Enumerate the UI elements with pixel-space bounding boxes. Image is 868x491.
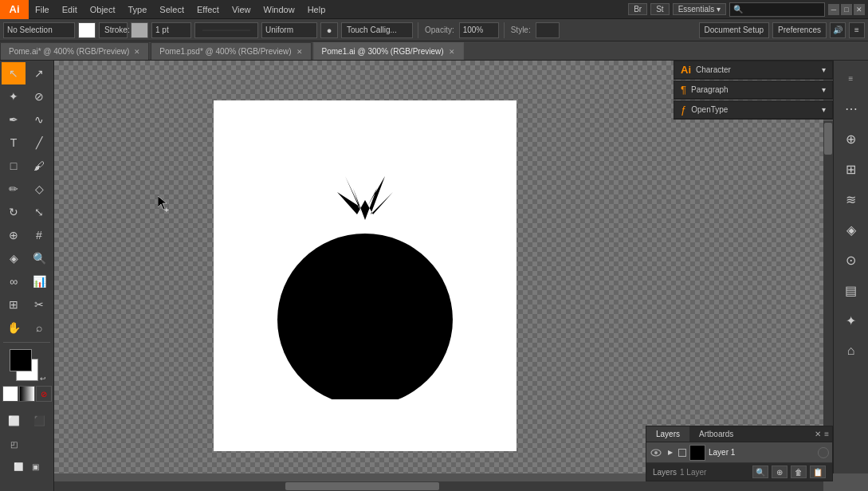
line-tool[interactable]: ╱ [27,132,51,154]
draw-behind[interactable]: ⬛ [27,410,51,432]
selection-tool[interactable]: ↖ [2,62,26,84]
gradient-box[interactable] [19,386,35,402]
graph-tool[interactable]: 📊 [27,270,51,293]
shape-builder-tool[interactable]: ⊕ [2,224,26,246]
layers-search-btn[interactable]: 🔍 [752,465,768,478]
eraser-tool[interactable]: ◇ [27,178,51,200]
screen-mode-normal[interactable]: ⬜ [10,458,26,474]
rectangle-tool[interactable]: □ [2,155,26,177]
search-input[interactable] [729,2,825,17]
brush-dropdown[interactable]: Touch Callig... [341,22,413,38]
vertical-scrollbar[interactable] [823,121,833,464]
character-collapse[interactable]: ▾ [822,65,826,74]
maximize-button[interactable]: □ [841,4,852,15]
tab-2-close[interactable]: ✕ [449,48,455,56]
right-panel-icon-8[interactable]: ▤ [837,276,866,304]
screen-mode-full[interactable]: ▣ [28,458,44,474]
paintbrush-tool[interactable]: 🖌 [27,155,51,177]
tab-0[interactable]: Pome.ai* @ 400% (RGB/Preview) ✕ [0,42,149,60]
fill-color-box[interactable] [2,386,18,402]
stroke-color[interactable] [131,22,148,38]
layer-target-circle[interactable] [818,447,829,458]
stroke-style[interactable]: Uniform [261,22,317,38]
paragraph-collapse[interactable]: ▾ [822,85,826,94]
character-panel-header[interactable]: Ai Character ▾ [674,61,832,79]
menu-edit[interactable]: Edit [56,0,84,19]
h-scrollbar-thumb[interactable] [285,482,439,490]
rotate-tool[interactable]: ↻ [2,201,26,223]
v-scrollbar-thumb[interactable] [824,123,832,155]
opentype-collapse[interactable]: ▾ [822,105,826,114]
tab-2[interactable]: Pome1.ai @ 300% (RGB/Preview) ✕ [313,42,464,60]
zoom-tool[interactable]: ⌕ [27,316,51,339]
none-box[interactable]: ⊘ [36,386,52,402]
curvature-tool[interactable]: ∿ [27,108,51,131]
layers-panel-close[interactable]: ✕ [815,430,821,438]
menu-view[interactable]: View [226,0,257,19]
stroke-line[interactable] [194,22,258,38]
gradient-tool[interactable]: ◈ [2,247,26,269]
fg-swatch[interactable] [10,349,32,371]
opacity-value[interactable]: 100% [459,22,499,38]
canvas-area[interactable]: + [54,61,823,473]
gradient-mesh-tool[interactable]: # [27,224,51,246]
menu-window[interactable]: Window [257,0,301,19]
draw-normal[interactable]: ⬜ [2,410,26,432]
magic-wand-tool[interactable]: ✦ [2,85,26,108]
menu-file[interactable]: File [29,0,56,19]
pen-tool[interactable]: ✒ [2,108,26,131]
stock-button[interactable]: St [650,3,669,15]
blob-brush-tool[interactable]: ✏ [2,178,26,200]
bridge-button[interactable]: Br [628,3,647,15]
artboard-tool[interactable]: ⊞ [2,293,26,316]
right-panel-icon-9[interactable]: ✦ [837,306,866,335]
minimize-button[interactable]: ─ [828,4,839,15]
layer-expand[interactable]: ▶ [666,448,675,458]
stroke-width[interactable]: 1 pt [151,22,191,38]
scale-tool[interactable]: ⤡ [27,201,51,223]
selection-dropdown[interactable]: No Selection [3,22,75,38]
menu-object[interactable]: Object [84,0,122,19]
tab-0-close[interactable]: ✕ [134,48,140,56]
menu-effect[interactable]: Effect [190,0,226,19]
layers-trash-btn[interactable]: 🗑 [791,465,807,478]
stroke-dropdown[interactable]: Stroke: [99,22,128,38]
layers-panel-menu[interactable]: ≡ [824,430,829,438]
opentype-panel-header[interactable]: ƒ OpenType ▾ [674,101,832,119]
type-tool[interactable]: T [2,132,26,154]
right-panel-icon-4[interactable]: ⊞ [837,155,866,183]
direct-selection-tool[interactable]: ↗ [27,62,51,84]
right-panel-icon-3[interactable]: ⊕ [837,124,866,153]
menu-help[interactable]: Help [301,0,332,19]
right-panel-icon-6[interactable]: ◈ [837,215,866,244]
preferences-button[interactable]: Preferences [772,22,827,38]
draw-inside[interactable]: ◰ [2,433,26,455]
right-panel-icon-1[interactable]: ≡ [837,64,866,92]
tab-1[interactable]: Pome1.psd* @ 400% (RGB/Preview) ✕ [151,42,311,60]
layer-visibility-eye[interactable] [650,446,662,459]
menu-select[interactable]: Select [153,0,190,19]
close-button[interactable]: ✕ [854,4,865,15]
lasso-tool[interactable]: ⊘ [27,85,51,108]
menu-type[interactable]: Type [122,0,154,19]
horizontal-scrollbar[interactable] [54,481,823,491]
reset-colors[interactable]: ↩ [40,375,46,383]
layers-add-btn[interactable]: ⊕ [772,465,787,478]
hand-tool[interactable]: ✋ [2,316,26,339]
doc-setup-button[interactable]: Document Setup [699,22,770,38]
style-dropdown[interactable] [536,22,560,38]
artboards-tab[interactable]: Artboards [689,426,743,442]
blend-tool[interactable]: ∞ [2,270,26,293]
arrange-icon[interactable]: ≡ [849,22,865,38]
fill-color[interactable] [78,22,96,38]
slice-tool[interactable]: ✂ [27,293,51,316]
right-panel-icon-5[interactable]: ≋ [837,185,866,214]
right-panel-icon-10[interactable]: ⌂ [837,336,866,365]
eyedropper-tool[interactable]: 🔍 [27,247,51,269]
tab-1-close[interactable]: ✕ [297,48,303,56]
right-panel-icon-2[interactable]: ⋯ [837,94,866,123]
essentials-button[interactable]: Essentials ▾ [673,3,726,15]
right-panel-icon-7[interactable]: ⊙ [837,246,866,274]
speaker-icon[interactable]: 🔊 [830,22,846,38]
layers-tab[interactable]: Layers [646,426,689,442]
